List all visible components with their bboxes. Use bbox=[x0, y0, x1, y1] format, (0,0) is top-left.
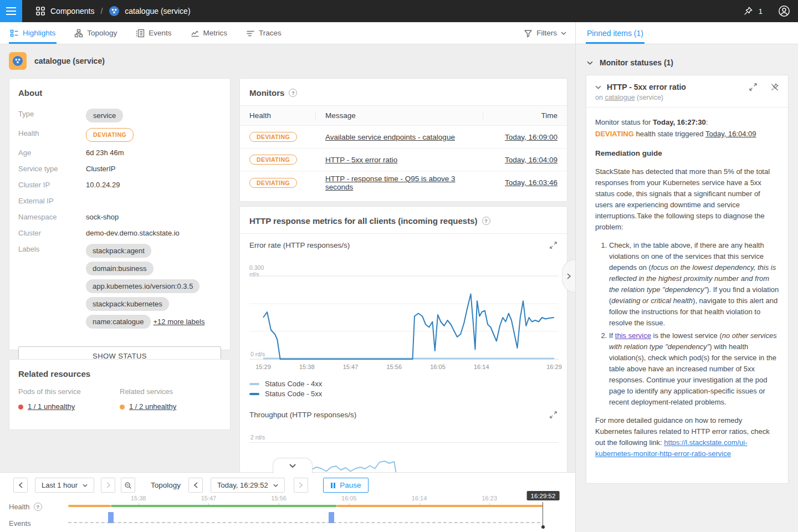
legend-4xx[interactable]: Status Code - 4xx bbox=[249, 380, 322, 388]
breadcrumb-current: catalogue (service) bbox=[125, 7, 190, 16]
avatar[interactable] bbox=[778, 5, 790, 17]
type-label: Type bbox=[18, 109, 86, 119]
health-timeline-bar[interactable] bbox=[68, 505, 543, 507]
about-card: About Typeservice HealthDEVIATING Age6d … bbox=[9, 78, 231, 350]
traces-icon bbox=[246, 29, 255, 38]
tab-highlights[interactable]: Highlights bbox=[9, 22, 57, 44]
tab-pinned-items[interactable]: Pinned items (1) bbox=[586, 22, 644, 44]
label-pill: app.kubernetes.io/version:0.3.5 bbox=[86, 279, 200, 293]
monitors-title: Monitors bbox=[249, 88, 284, 98]
monitor-triggered-line: DEVIATING health state triggered Today, … bbox=[595, 128, 779, 140]
monitor-row: DEVIATING HTTP - response time - Q95 is … bbox=[240, 171, 567, 194]
health-segment-deviating[interactable] bbox=[68, 505, 111, 507]
time-range-dropdown[interactable]: Last 1 hour bbox=[35, 478, 94, 493]
tab-events[interactable]: Events bbox=[135, 22, 172, 44]
monitor-link[interactable]: HTTP - response time - Q95 is above 3 se… bbox=[325, 175, 456, 191]
zoom-out-icon[interactable] bbox=[121, 478, 135, 493]
event-marker[interactable] bbox=[329, 512, 334, 523]
related-resources-card: Related resources Pods of this service 1… bbox=[9, 359, 231, 430]
http-metrics-card: HTTP response metrics for all clients (i… bbox=[239, 206, 567, 472]
x-tick-label: 16:29 bbox=[546, 364, 562, 370]
filters-button[interactable]: Filters bbox=[524, 22, 566, 44]
remediation-step: Check, in the table above, if there are … bbox=[609, 240, 779, 329]
legend-swatch-5xx bbox=[249, 393, 259, 395]
services-unhealthy-link[interactable]: 1 / 2 unhealthy bbox=[129, 402, 176, 411]
cluster-ip-label: Cluster IP bbox=[18, 180, 86, 190]
time-range-forward-button[interactable] bbox=[101, 478, 115, 493]
x-tick-label: 16:14 bbox=[474, 364, 489, 370]
more-labels-link[interactable]: +12 more labels bbox=[154, 318, 205, 326]
chevron-down-icon bbox=[561, 32, 566, 35]
topology-time-dropdown[interactable]: Today, 16:29:52 bbox=[211, 478, 285, 493]
filter-funnel-icon bbox=[524, 29, 533, 38]
topology-icon bbox=[74, 29, 83, 38]
tab-traces[interactable]: Traces bbox=[245, 22, 283, 44]
pods-of-service-label: Pods of this service bbox=[18, 387, 120, 396]
remediation-intro: StackState has detected that more than 5… bbox=[595, 166, 779, 233]
pause-icon bbox=[331, 483, 336, 488]
remediation-step: If this service is the lowest service (n… bbox=[609, 330, 779, 408]
legend-swatch-4xx bbox=[249, 383, 259, 385]
unpin-icon[interactable] bbox=[770, 83, 779, 91]
age-value: 6d 23h 46m bbox=[86, 147, 221, 158]
error-rate-header: Error rate (HTTP responses/s) bbox=[249, 241, 557, 249]
monitor-time-link[interactable]: Today, 16:09:00 bbox=[505, 133, 557, 141]
namespace-label: Namespace bbox=[18, 212, 86, 222]
menu-icon[interactable] bbox=[0, 0, 22, 22]
timeline-cursor-tooltip: 16:29:52 bbox=[527, 491, 560, 500]
time-range-back-button[interactable] bbox=[13, 478, 28, 493]
monitor-link[interactable]: HTTP - 5xx error ratio bbox=[325, 156, 397, 164]
help-icon[interactable]: ? bbox=[482, 217, 490, 225]
expand-icon[interactable] bbox=[749, 83, 758, 91]
collapse-timebar-button[interactable] bbox=[273, 458, 313, 473]
label-pill: stackpack:kubernetes bbox=[86, 297, 169, 311]
monitor-time-link[interactable]: Today, 16:03:46 bbox=[505, 178, 557, 187]
timeline-tick-label: 15:47 bbox=[201, 495, 217, 502]
monitor-statuses-group[interactable]: Monitor statuses (1) bbox=[576, 44, 798, 75]
chevron-down-icon bbox=[273, 484, 278, 487]
chevron-down-icon bbox=[83, 484, 88, 487]
inline-link[interactable]: catalogue bbox=[605, 94, 635, 101]
x-tick-label: 15:56 bbox=[386, 364, 402, 370]
monitors-table-header: Health Message Time bbox=[240, 105, 567, 126]
pause-button[interactable]: Pause bbox=[323, 478, 369, 493]
view-tabbar: Highlights Topology Events Metrics Trace… bbox=[0, 22, 575, 44]
x-tick-label: 15:47 bbox=[343, 364, 359, 370]
help-icon[interactable]: ? bbox=[289, 89, 297, 97]
col-message: Message bbox=[316, 111, 483, 120]
topology-time-forward-button[interactable] bbox=[294, 478, 308, 493]
inline-link[interactable]: this service bbox=[615, 331, 651, 340]
label-pill: name:catalogue bbox=[86, 315, 151, 329]
health-segment-deviating[interactable] bbox=[337, 505, 543, 507]
timeline-tick-label: 15:38 bbox=[131, 495, 146, 502]
event-marker[interactable] bbox=[108, 512, 114, 523]
expand-icon[interactable] bbox=[549, 411, 557, 419]
deviating-dot bbox=[120, 405, 125, 410]
health-label: Health bbox=[18, 128, 86, 139]
topology-time-back-button[interactable] bbox=[188, 478, 203, 493]
pods-unhealthy-link[interactable]: 1 / 1 unhealthy bbox=[28, 402, 75, 411]
monitor-time-link[interactable]: Today, 16:04:09 bbox=[505, 156, 557, 164]
tab-topology[interactable]: Topology bbox=[73, 22, 118, 44]
about-title: About bbox=[18, 88, 221, 98]
chevron-down-icon[interactable] bbox=[595, 85, 601, 89]
pin-icon[interactable] bbox=[743, 6, 753, 16]
pin-count: 1 bbox=[759, 7, 763, 16]
timeline-tick-label: 16:23 bbox=[482, 495, 498, 502]
timeline-cursor[interactable] bbox=[543, 502, 543, 527]
pinned-items-panel: Pinned items (1) Monitor statuses (1) HT… bbox=[575, 22, 798, 532]
pinned-monitor-card: HTTP - 5xx error ratio on catalogue (ser… bbox=[586, 75, 789, 484]
breadcrumb-components[interactable]: Components bbox=[50, 7, 94, 16]
health-badge: DEVIATING bbox=[86, 128, 134, 142]
legend-5xx[interactable]: Status Code - 5xx bbox=[249, 390, 322, 398]
throughput-header: Throughput (HTTP responses/s) bbox=[249, 411, 557, 419]
telemetry-timebar: Last 1 hour Topology Today, 16:29:52 Pau… bbox=[0, 472, 575, 532]
breadcrumb: Components / catalogue (service) bbox=[35, 6, 191, 17]
chevron-down-icon bbox=[587, 61, 593, 65]
tab-metrics[interactable]: Metrics bbox=[190, 22, 229, 44]
inline-link[interactable]: Today, 16:04:09 bbox=[705, 130, 756, 138]
help-icon[interactable]: ? bbox=[34, 503, 42, 511]
monitor-link[interactable]: Available service endpoints - catalogue bbox=[325, 133, 455, 141]
expand-icon[interactable] bbox=[549, 241, 557, 249]
health-segment-healthy[interactable] bbox=[111, 505, 337, 507]
